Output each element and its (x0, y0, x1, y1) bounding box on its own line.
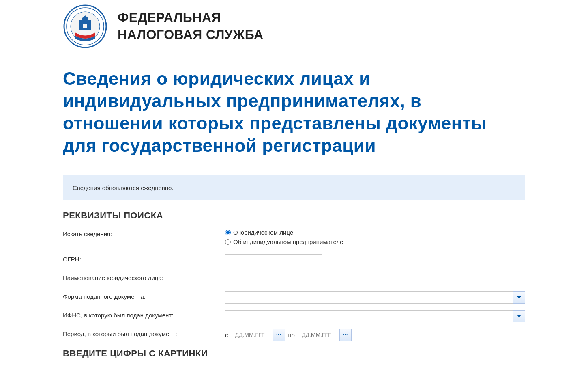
section-captcha-title: ВВЕДИТЕ ЦИФРЫ С КАРТИНКИ (63, 348, 525, 359)
label-legal-name: Наименование юридического лица: (63, 273, 225, 281)
chevron-down-icon (517, 296, 521, 299)
legal-name-input[interactable] (225, 273, 525, 285)
row-period: Период, в который был подан документ: с … (63, 329, 525, 341)
row-captcha: Цифры с картинки:* (63, 367, 525, 369)
divider (63, 165, 525, 165)
period-from-label: с (225, 332, 228, 339)
doc-form-dropdown-button[interactable] (513, 291, 525, 304)
svg-rect-3 (83, 24, 87, 28)
org-line-1: ФЕДЕРАЛЬНАЯ (118, 9, 264, 26)
captcha-input[interactable] (225, 367, 322, 369)
ifns-combo[interactable] (225, 310, 525, 322)
label-doc-form: Форма поданного документа: (63, 291, 225, 300)
ellipsis-icon: ··· (276, 332, 281, 338)
doc-form-input[interactable] (225, 291, 513, 304)
row-ogrn: ОГРН: (63, 254, 525, 266)
label-ifns: ИФНС, в которую был подан документ: (63, 310, 225, 319)
label-ogrn: ОГРН: (63, 254, 225, 263)
label-search-for: Искать сведения: (63, 229, 225, 237)
date-to-picker-button[interactable]: ··· (339, 329, 352, 341)
row-doc-form: Форма поданного документа: (63, 291, 525, 304)
fns-logo-icon (63, 4, 107, 49)
radio-legal-label: О юридическом лице (233, 229, 293, 236)
ellipsis-icon: ··· (343, 332, 348, 338)
period-to-label: по (288, 332, 295, 339)
ogrn-input[interactable] (225, 254, 322, 266)
site-header: ФЕДЕРАЛЬНАЯ НАЛОГОВАЯ СЛУЖБА (63, 0, 525, 57)
date-to-input[interactable] (298, 329, 339, 341)
notice-banner: Сведения обновляются ежедневно. (63, 175, 525, 200)
radio-legal-entity[interactable] (225, 230, 231, 235)
doc-form-combo[interactable] (225, 291, 525, 304)
org-line-2: НАЛОГОВАЯ СЛУЖБА (118, 26, 264, 43)
label-captcha: Цифры с картинки:* (63, 367, 225, 369)
row-search-for: Искать сведения: О юридическом лице Об и… (63, 229, 525, 248)
label-period: Период, в который был подан документ: (63, 329, 225, 337)
date-from-input[interactable] (232, 329, 273, 341)
ifns-dropdown-button[interactable] (513, 310, 525, 322)
date-from-picker-button[interactable]: ··· (273, 329, 285, 341)
ifns-input[interactable] (225, 310, 513, 322)
row-ifns: ИФНС, в которую был подан документ: (63, 310, 525, 322)
radio-individual-label: Об индивидуальном предпринимателе (233, 238, 343, 245)
section-search-title: РЕКВИЗИТЫ ПОИСКА (63, 210, 525, 221)
chevron-down-icon (517, 315, 521, 317)
radio-individual[interactable] (225, 239, 231, 245)
org-title: ФЕДЕРАЛЬНАЯ НАЛОГОВАЯ СЛУЖБА (118, 9, 264, 43)
page-title: Сведения о юридических лицах и индивидуа… (63, 67, 525, 157)
row-name: Наименование юридического лица: (63, 273, 525, 285)
notice-text: Сведения обновляются ежедневно. (73, 184, 174, 191)
